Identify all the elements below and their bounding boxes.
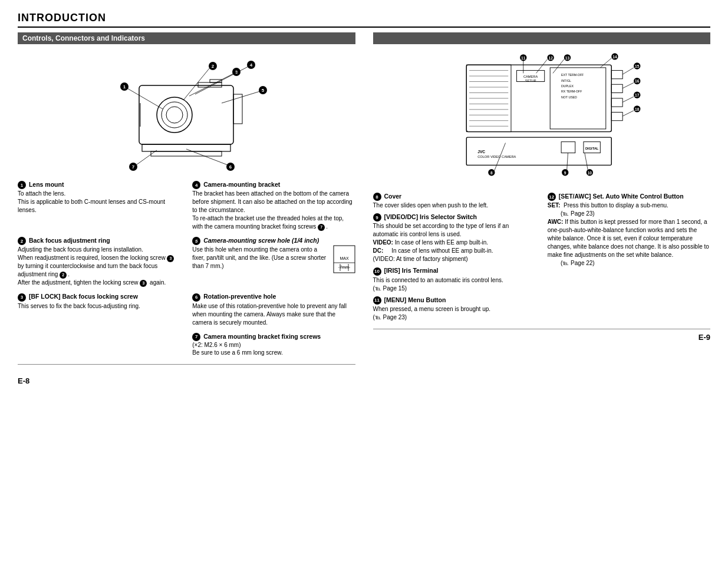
desc-item-8: 8 Cover The cover slides open when push … — [373, 193, 536, 210]
desc-item-12: 12 [SET/AWC] Set. Auto White Control But… — [548, 193, 710, 267]
screw-diagram: MAX 7mm — [333, 245, 355, 275]
svg-text:17: 17 — [635, 93, 640, 97]
desc-item-3: 3 [BF LOCK] Back focus locking screw Thi… — [18, 293, 180, 326]
svg-text:13: 13 — [565, 56, 570, 60]
svg-text:10: 10 — [587, 171, 592, 175]
svg-rect-8 — [233, 94, 242, 124]
right-diagram: CAMERA SETUP EXT TERM-OFF INT/GL DUPLEX … — [373, 50, 711, 186]
svg-line-100 — [585, 153, 588, 171]
svg-line-73 — [536, 59, 547, 74]
desc-item-7: 7 Camera mounting bracket fixing screws … — [192, 333, 355, 357]
svg-line-82 — [622, 68, 634, 74]
svg-line-88 — [622, 97, 634, 102]
svg-text:1: 1 — [123, 84, 126, 90]
svg-text:DUPLEX: DUPLEX — [561, 84, 574, 88]
desc-item-4: 4 Camera-mounting bracket The bracket ha… — [192, 181, 355, 231]
right-page-number-container: E-9 — [373, 333, 711, 342]
svg-text:EXT TERM-OFF: EXT TERM-OFF — [561, 73, 584, 77]
svg-rect-62 — [611, 98, 622, 107]
svg-point-3 — [166, 107, 183, 123]
svg-point-2 — [162, 102, 187, 128]
svg-text:16: 16 — [635, 79, 640, 83]
svg-text:RX TERM-OFF: RX TERM-OFF — [561, 90, 582, 93]
desc-item-1: 1 Lens mount To attach the lens.This is … — [18, 181, 180, 231]
svg-rect-54 — [550, 68, 606, 129]
camera-back-diagram-svg: CAMERA SETUP EXT TERM-OFF INT/GL DUPLEX … — [439, 50, 645, 186]
left-descriptions: 1 Lens mount To attach the lens.This is … — [18, 181, 355, 361]
svg-text:7: 7 — [132, 164, 135, 170]
right-page: CAMERA SETUP EXT TERM-OFF INT/GL DUPLEX … — [373, 32, 711, 385]
svg-line-28 — [136, 150, 157, 165]
desc-item-10: 10 [IRIS] Iris Terminal This is connecte… — [373, 267, 536, 292]
svg-rect-61 — [611, 84, 622, 92]
svg-rect-6 — [142, 144, 230, 151]
svg-text:SETUP: SETUP — [525, 79, 536, 82]
svg-text:14: 14 — [612, 55, 617, 59]
camera-diagram-svg: 1 2 3 4 5 6 — [92, 50, 281, 174]
desc-item-9: 9 [VIDEO/DC] Iris Selector Switch This s… — [373, 213, 536, 263]
svg-text:5: 5 — [262, 88, 265, 93]
svg-rect-63 — [611, 113, 622, 121]
svg-text:COLOR VIDEO CAMERA: COLOR VIDEO CAMERA — [477, 155, 516, 158]
svg-text:8: 8 — [490, 171, 493, 175]
svg-text:2: 2 — [212, 64, 215, 69]
svg-line-97 — [566, 153, 568, 171]
svg-rect-60 — [611, 71, 622, 79]
svg-text:DIGITAL: DIGITAL — [585, 147, 599, 150]
svg-text:18: 18 — [635, 107, 640, 111]
page-title: INTRODUCTION — [18, 12, 710, 28]
svg-rect-5 — [210, 80, 222, 82]
svg-text:NOT USED: NOT USED — [561, 95, 577, 99]
camera-bracket-screws-label: Camera mounting bracket fixing screws — [203, 333, 321, 340]
introduction-heading: INTRODUCTION — [18, 12, 710, 28]
desc-item-6: 6 Rotation-preventive hole Make use of t… — [192, 293, 355, 326]
svg-line-76 — [553, 59, 564, 74]
svg-text:12: 12 — [548, 56, 553, 60]
desc-item-11: 11 [MENU] Menu Button When pressed, a me… — [373, 296, 536, 322]
svg-line-19 — [195, 67, 248, 94]
svg-text:4: 4 — [250, 62, 253, 68]
right-descriptions: 8 Cover The cover slides open when push … — [373, 193, 711, 325]
desc-item-5: 5 Camera-mounting screw hole (1/4 inch) … — [192, 237, 355, 287]
left-page: Controls, Connectors and Indicators — [18, 32, 355, 385]
svg-text:7mm: 7mm — [340, 265, 349, 269]
page-container: Controls, Connectors and Indicators — [18, 32, 710, 385]
svg-text:15: 15 — [635, 64, 640, 68]
svg-rect-0 — [139, 85, 233, 144]
svg-line-13 — [183, 68, 210, 100]
svg-text:9: 9 — [564, 171, 566, 175]
svg-point-1 — [157, 97, 192, 133]
svg-text:11: 11 — [521, 56, 526, 60]
svg-rect-7 — [151, 151, 222, 156]
right-page-number: E-9 — [699, 333, 710, 342]
svg-text:6: 6 — [229, 164, 232, 170]
svg-line-10 — [127, 88, 163, 109]
left-page-number: E-8 — [18, 376, 355, 385]
svg-rect-67 — [561, 142, 575, 153]
svg-text:JVC: JVC — [477, 150, 485, 154]
left-diagram: 1 2 3 4 5 6 — [18, 50, 355, 174]
right-section-header — [373, 32, 711, 44]
svg-text:CAMERA: CAMERA — [523, 75, 538, 78]
svg-text:INT/GL: INT/GL — [561, 79, 571, 82]
svg-line-91 — [622, 111, 634, 116]
svg-line-85 — [622, 82, 634, 88]
svg-line-22 — [222, 91, 260, 103]
section-header: Controls, Connectors and Indicators — [18, 32, 355, 44]
svg-line-79 — [600, 58, 611, 68]
svg-text:MAX: MAX — [340, 256, 349, 260]
desc-item-2: 2 Back focus adjustment ring Adjusting t… — [18, 237, 180, 287]
